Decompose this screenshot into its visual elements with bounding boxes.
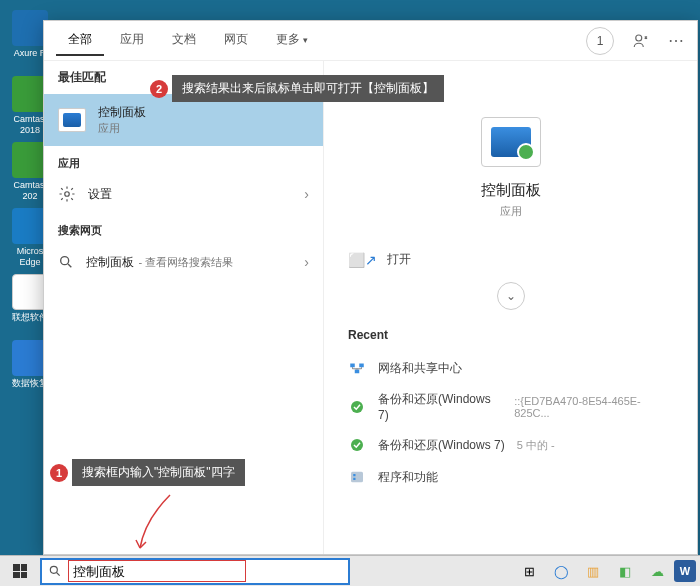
recent-item[interactable]: 备份和还原(Windows 7)5 中的 - (340, 429, 681, 461)
apps-section-label: 应用 (44, 146, 323, 175)
tab-docs[interactable]: 文档 (160, 25, 208, 56)
notification-badge[interactable]: 1 (586, 27, 614, 55)
explorer-icon[interactable]: ▥ (578, 557, 608, 585)
chevron-right-icon: › (304, 254, 309, 270)
tab-more[interactable]: 更多 (264, 25, 320, 56)
svg-point-6 (351, 401, 363, 413)
more-options-icon[interactable]: ⋯ (668, 31, 685, 50)
settings-label: 设置 (88, 186, 292, 203)
web-result-name: 控制面板 (86, 255, 134, 269)
taskbar: ⊞ ◯ ▥ ◧ ☁ W (0, 555, 700, 586)
cortana-icon[interactable]: ◯ (546, 557, 576, 585)
detail-title: 控制面板 (340, 181, 681, 200)
tab-apps[interactable]: 应用 (108, 25, 156, 56)
recent-name: 备份和还原(Windows 7) (378, 391, 502, 422)
svg-point-0 (636, 35, 642, 41)
detail-app-icon (481, 117, 541, 167)
recent-sub: 5 中的 - (517, 438, 555, 453)
detail-sub: 应用 (340, 204, 681, 219)
result-sub: 应用 (98, 121, 309, 136)
search-tabs: 全部 应用 文档 网页 更多 1 ⋯ (44, 21, 697, 61)
windows-logo-icon (13, 564, 27, 578)
open-label: 打开 (387, 251, 411, 268)
expand-button[interactable]: ⌄ (497, 282, 525, 310)
backup-icon (348, 398, 366, 416)
word-icon[interactable]: W (674, 560, 696, 582)
recent-name: 网络和共享中心 (378, 360, 462, 377)
open-icon: ⬜↗ (348, 252, 377, 268)
svg-rect-9 (353, 474, 355, 476)
svg-rect-4 (359, 364, 364, 368)
taskbar-search[interactable] (40, 558, 350, 585)
svg-point-1 (65, 192, 70, 197)
recent-item[interactable]: 程序和功能 (340, 461, 681, 493)
gear-icon (58, 185, 76, 203)
feedback-icon[interactable] (632, 32, 650, 50)
annotation-text: 搜索框内输入"控制面板"四字 (72, 459, 245, 486)
annotation-1: 1 搜索框内输入"控制面板"四字 (50, 459, 245, 486)
svg-rect-3 (350, 364, 355, 368)
result-web-search[interactable]: 控制面板 - 查看网络搜索结果 › (44, 242, 323, 281)
result-name: 控制面板 (98, 104, 309, 121)
svg-point-7 (351, 439, 363, 451)
search-icon (58, 254, 74, 270)
recent-name: 备份和还原(Windows 7) (378, 437, 505, 454)
recent-item[interactable]: 网络和共享中心 (340, 352, 681, 384)
svg-rect-10 (353, 478, 355, 480)
app-icon[interactable]: ◧ (610, 557, 640, 585)
wechat-icon[interactable]: ☁ (642, 557, 672, 585)
taskbar-tray: ⊞ ◯ ▥ ◧ ☁ W (514, 557, 700, 585)
result-settings[interactable]: 设置 › (44, 175, 323, 213)
chevron-right-icon: › (304, 186, 309, 202)
annotation-arrow (130, 490, 190, 560)
annotation-badge: 1 (50, 464, 68, 482)
open-action[interactable]: ⬜↗ 打开 (340, 237, 681, 276)
control-panel-icon (58, 108, 86, 132)
svg-rect-5 (355, 370, 360, 374)
tab-web[interactable]: 网页 (212, 25, 260, 56)
annotation-badge: 2 (150, 80, 168, 98)
search-input[interactable] (73, 565, 241, 580)
programs-icon (348, 468, 366, 486)
backup-icon (348, 436, 366, 454)
task-view-icon[interactable]: ⊞ (514, 557, 544, 585)
detail-pane: 控制面板 应用 ⬜↗ 打开 ⌄ Recent 网络和共享中心 备份和还原(Win… (324, 61, 697, 554)
recent-item[interactable]: 备份和还原(Windows 7)::{ED7BA470-8E54-465E-82… (340, 384, 681, 429)
search-input-highlight (68, 560, 246, 582)
recent-sub: ::{ED7BA470-8E54-465E-825C... (514, 395, 673, 419)
annotation-2: 2 搜索结果出来后鼠标单击即可打开【控制面板】 (150, 75, 444, 102)
network-icon (348, 359, 366, 377)
start-button[interactable] (0, 556, 40, 587)
svg-point-11 (50, 566, 57, 573)
search-web-label: 搜索网页 (44, 213, 323, 242)
svg-rect-8 (351, 472, 363, 483)
tab-all[interactable]: 全部 (56, 25, 104, 56)
recent-label: Recent (340, 310, 681, 352)
web-result-sub: - 查看网络搜索结果 (138, 256, 233, 268)
svg-point-2 (61, 256, 69, 264)
search-icon (48, 564, 62, 578)
recent-name: 程序和功能 (378, 469, 438, 486)
annotation-text: 搜索结果出来后鼠标单击即可打开【控制面板】 (172, 75, 444, 102)
